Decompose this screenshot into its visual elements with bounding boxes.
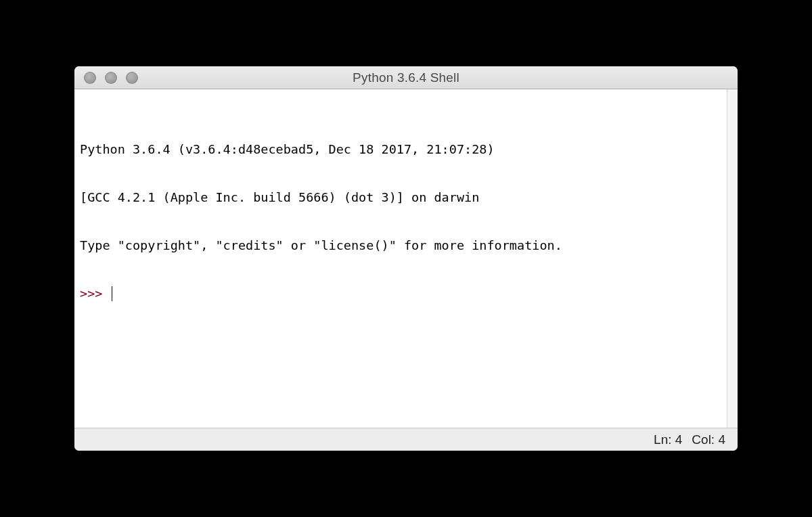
scrollbar-vertical[interactable]	[727, 89, 738, 428]
text-cursor	[112, 286, 113, 301]
prompt-symbol: >>>	[80, 286, 110, 302]
status-line: Ln: 4	[654, 432, 682, 447]
shell-window: Python 3.6.4 Shell Python 3.6.4 (v3.6.4:…	[74, 66, 738, 451]
output-line-1: Python 3.6.4 (v3.6.4:d48ecebad5, Dec 18 …	[80, 141, 732, 158]
close-button[interactable]	[84, 72, 96, 84]
prompt-line[interactable]: >>>	[80, 286, 732, 302]
output-line-3: Type "copyright", "credits" or "license(…	[80, 238, 732, 254]
output-line-2: [GCC 4.2.1 (Apple Inc. build 5666) (dot …	[80, 189, 732, 206]
titlebar: Python 3.6.4 Shell	[74, 66, 738, 89]
statusbar: Ln: 4 Col: 4	[74, 428, 738, 451]
shell-content[interactable]: Python 3.6.4 (v3.6.4:d48ecebad5, Dec 18 …	[74, 89, 738, 428]
window-title: Python 3.6.4 Shell	[74, 70, 738, 85]
zoom-button[interactable]	[126, 72, 138, 84]
minimize-button[interactable]	[105, 72, 117, 84]
status-col: Col: 4	[692, 432, 725, 447]
traffic-lights	[74, 72, 138, 84]
